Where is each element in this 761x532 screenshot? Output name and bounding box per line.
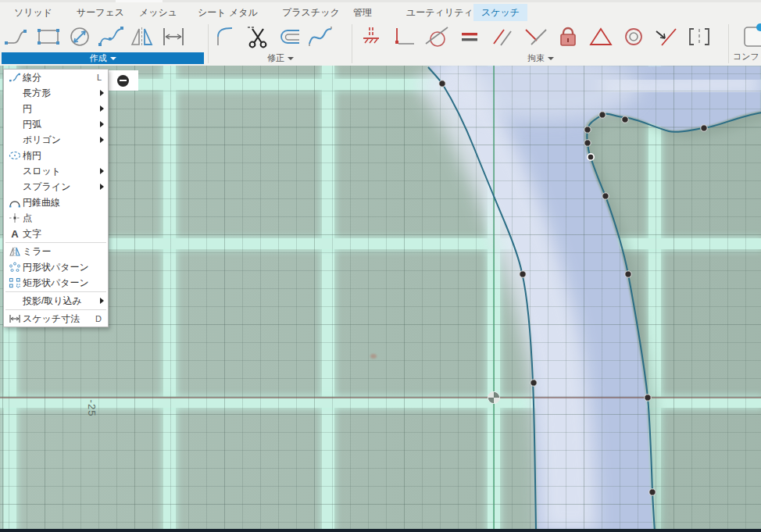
edit-curve-icon[interactable] <box>305 23 336 50</box>
mirror-icon <box>7 245 23 258</box>
constraints-label: 拘束 <box>527 52 545 64</box>
minus-icon <box>117 75 129 87</box>
submenu-arrow-icon <box>100 137 104 143</box>
menu-separator <box>5 242 106 243</box>
dimension-icon <box>7 312 23 325</box>
collapse-overlay[interactable] <box>108 70 138 91</box>
constraint-tangent-icon[interactable] <box>421 23 452 50</box>
sketch-point[interactable] <box>649 489 656 495</box>
constraint-symmetry-icon[interactable] <box>684 23 715 50</box>
constraint-concentric-icon[interactable] <box>618 23 649 50</box>
tab-sheetmetal[interactable]: シート メタル <box>193 4 263 23</box>
menu-item-arc[interactable]: 円弧 <box>4 116 108 132</box>
submenu-arrow-icon <box>100 105 104 112</box>
tab-surface[interactable]: サーフェス <box>72 4 129 23</box>
tab-mesh[interactable]: メッシュ <box>134 4 182 23</box>
create-spline-icon[interactable] <box>95 23 127 50</box>
line-icon <box>7 71 23 84</box>
configure-label[interactable]: コンフィ <box>733 51 761 62</box>
sketch-point[interactable] <box>599 112 606 118</box>
spline-right-edge[interactable] <box>587 112 761 532</box>
tab-plastic[interactable]: プラスチック <box>277 4 345 23</box>
menu-item-conic[interactable]: 円錐曲線 <box>4 195 108 210</box>
constraint-fixed-icon[interactable] <box>355 23 387 50</box>
sketch-point[interactable] <box>701 125 707 131</box>
sketch-point[interactable] <box>531 380 537 386</box>
modify-dropdown[interactable]: 修正 <box>211 52 350 64</box>
origin-marker[interactable] <box>488 391 499 403</box>
menu-item-text[interactable]: A 文字 <box>4 226 108 241</box>
rectangular-pattern-icon <box>7 277 23 289</box>
menu-item-rectangle[interactable]: 長方形 <box>4 85 108 101</box>
create-group: 作成 <box>2 23 204 65</box>
sketch-point[interactable] <box>584 140 591 146</box>
constraint-parallel-icon[interactable] <box>487 23 518 50</box>
create-label: 作成 <box>90 52 107 64</box>
toolbar-divider <box>208 24 209 63</box>
caret-down-icon <box>288 57 294 60</box>
submenu-arrow-icon <box>100 90 104 96</box>
sketch-point[interactable] <box>439 80 445 87</box>
sketch-points <box>439 80 707 495</box>
constraints-group: 拘束 <box>355 23 726 65</box>
sketch-point[interactable] <box>602 193 609 199</box>
sketch-point[interactable] <box>520 271 526 277</box>
sketch-point[interactable] <box>625 271 631 277</box>
modify-group: 修正 <box>211 23 350 65</box>
tab-utilities[interactable]: ユーティリティ <box>402 4 478 23</box>
configure-icon[interactable] <box>741 23 761 49</box>
constraint-point-on-curve-icon[interactable] <box>651 23 682 50</box>
sketch-point[interactable] <box>645 395 651 401</box>
sketch-point[interactable] <box>622 116 628 123</box>
mirror-tool-icon[interactable] <box>127 23 158 50</box>
trim-scissors-icon[interactable] <box>242 23 273 50</box>
constraint-polygon-icon[interactable] <box>585 23 616 50</box>
bottom-edge-strip <box>0 529 761 532</box>
create-rectangle-icon[interactable] <box>33 23 64 50</box>
submenu-arrow-icon <box>100 168 104 174</box>
sketch-geometry <box>0 66 761 532</box>
circular-pattern-icon <box>7 261 23 273</box>
point-icon <box>7 212 23 224</box>
tab-solid[interactable]: ソリッド <box>9 4 57 23</box>
create-circle-icon[interactable] <box>64 23 95 50</box>
menu-item-ellipse[interactable]: 楕円 <box>4 148 108 163</box>
menu-item-spline[interactable]: スプライン <box>4 179 108 195</box>
tab-manage[interactable]: 管理 <box>348 4 377 23</box>
menu-item-slot[interactable]: スロット <box>4 163 108 179</box>
photo-axis-label: -25 <box>86 393 98 424</box>
menu-item-project[interactable]: 投影/取り込み <box>4 293 108 309</box>
constraint-perpendicular-icon[interactable] <box>520 23 551 50</box>
menu-item-line[interactable]: 線分 L <box>4 70 108 85</box>
sketch-point[interactable] <box>584 127 591 133</box>
create-menu: 線分 L 長方形 円 円弧 ポリゴン 楕円 スロット <box>3 69 109 327</box>
constraint-vertical-horizontal-icon[interactable] <box>388 23 420 50</box>
menu-separator <box>5 291 106 292</box>
constraints-dropdown[interactable]: 拘束 <box>355 52 726 64</box>
submenu-arrow-icon <box>100 298 104 304</box>
toolbar-divider <box>352 24 352 63</box>
caret-down-icon <box>548 57 554 60</box>
fillet-icon[interactable] <box>211 23 242 50</box>
menu-item-point[interactable]: 点 <box>4 210 108 226</box>
fusion-window: ソリッド サーフェス メッシュ シート メタル プラスチック 管理 ユーティリテ… <box>0 0 761 532</box>
sketch-point-selected[interactable] <box>588 154 594 160</box>
constraint-lock-icon[interactable] <box>552 23 584 50</box>
menu-item-polygon[interactable]: ポリゴン <box>4 132 108 148</box>
menu-item-mirror[interactable]: ミラー <box>4 244 108 259</box>
constraint-equal-icon[interactable] <box>454 23 485 50</box>
sketch-viewport[interactable]: -25 <box>0 66 761 532</box>
create-line-icon[interactable] <box>2 23 33 50</box>
create-dropdown[interactable]: 作成 <box>2 52 204 64</box>
menu-item-rect-pattern[interactable]: 矩形状パターン <box>4 275 108 291</box>
spline-left-edge[interactable] <box>428 67 536 532</box>
menu-item-circular-pattern[interactable]: 円形状パターン <box>4 259 108 275</box>
dimension-tool-icon[interactable] <box>158 23 189 50</box>
submenu-arrow-icon <box>100 184 104 190</box>
offset-icon[interactable] <box>273 23 305 50</box>
menu-item-sketch-dimension[interactable]: スケッチ寸法 D <box>4 311 108 327</box>
caret-down-icon <box>110 57 116 60</box>
conic-curve-icon <box>7 196 23 209</box>
menu-item-circle[interactable]: 円 <box>4 101 108 116</box>
menu-separator <box>5 309 106 310</box>
